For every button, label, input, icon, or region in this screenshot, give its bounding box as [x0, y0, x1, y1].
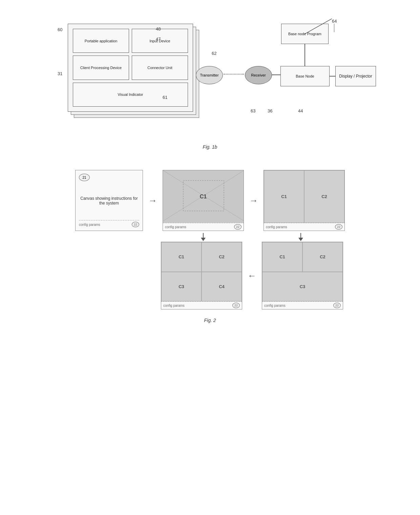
- arrow-down-svg-right: [296, 232, 306, 242]
- c2-cell-bl: C2: [202, 242, 242, 272]
- fig2-container: 21 Canvas showing instructions for the s…: [20, 170, 400, 323]
- svg-marker-9: [298, 238, 303, 241]
- single-col-config: config params 22: [163, 223, 244, 231]
- portable-app-box: Portable application: [73, 29, 129, 53]
- base-node-box: Base Node: [280, 66, 330, 86]
- connector-svg: [305, 19, 335, 36]
- arrow-canvas-to-single: →: [148, 195, 157, 206]
- label-62: 62: [212, 51, 216, 56]
- c3-cell-br: C3: [262, 272, 343, 302]
- three-cell-config: config params 22: [262, 301, 343, 309]
- two-col-box-top: C1 C2 config params 22: [264, 170, 345, 231]
- canvas-text: Canvas showing instructions for the syst…: [79, 181, 139, 220]
- label-61: 61: [163, 95, 167, 100]
- c4-cell-bl: C4: [202, 272, 242, 302]
- arrow-threecell-to-fourcell: ←: [248, 271, 256, 281]
- two-col-content-top: C1 C2: [264, 170, 344, 223]
- canvas-box: 21 Canvas showing instructions for the s…: [75, 170, 143, 231]
- arrow-single-to-twocol: →: [249, 195, 258, 206]
- base-node-label: Base Node: [296, 74, 314, 78]
- config-circle-22a: 22: [132, 222, 139, 227]
- connector-unit-box: Connector Unit: [132, 56, 188, 80]
- four-col-config: config params 22: [161, 301, 242, 309]
- label-63: 63: [251, 108, 255, 113]
- config-circle-22b: 22: [234, 224, 241, 230]
- c1-cell-bl: C1: [161, 242, 202, 272]
- display-projector-box: Display / Projector: [335, 66, 376, 86]
- transmitter-ellipse: Transmitter: [196, 66, 223, 84]
- fig2-caption: Fig. 2: [204, 318, 216, 323]
- svg-line-2: [204, 170, 244, 196]
- config-circle-22d: 22: [232, 303, 240, 308]
- c1-cell-br: C1: [262, 242, 302, 272]
- config-circle-22c: 22: [335, 224, 342, 230]
- label-31: 31: [58, 71, 62, 76]
- label-44: 44: [298, 108, 303, 113]
- c1-cell-top: C1: [264, 170, 304, 223]
- transmitter-label: Transmitter: [200, 73, 218, 77]
- label-60: 60: [58, 27, 62, 32]
- fig1b-container: 60 31 Portable application Input Device …: [20, 14, 400, 150]
- c1-label: C1: [200, 194, 207, 200]
- c1-content: C1: [163, 170, 244, 223]
- client-processing-box: Client Processing Device: [73, 56, 129, 80]
- page: 60 31 Portable application Input Device …: [0, 0, 420, 337]
- svg-line-4: [204, 196, 244, 221]
- c2-cell-top: C2: [304, 170, 344, 223]
- visual-indicator-box: Visual Indicator: [73, 83, 188, 107]
- three-cell-content: C1 C2 C3: [262, 242, 343, 301]
- four-col-content: C1 C2 C3 C4: [161, 242, 242, 301]
- display-projector-label: Display / Projector: [339, 74, 372, 79]
- config-circle-22e: 22: [333, 303, 341, 308]
- circle-21: 21: [79, 174, 90, 181]
- label-36: 36: [268, 108, 272, 113]
- canvas-config: config params 22: [79, 220, 139, 227]
- label-47: 47: [156, 37, 161, 42]
- receiver-label: Receiver: [251, 73, 266, 77]
- svg-line-0: [305, 19, 332, 34]
- three-cell-box: C1 C2 C3 config params 22: [262, 242, 343, 309]
- two-col-config-top: config params 22: [264, 223, 344, 231]
- fig1b-caption: Fig. 1b: [203, 144, 217, 150]
- receiver-ellipse: Receiver: [245, 66, 272, 84]
- label-48: 48: [156, 26, 161, 31]
- single-col-box: C1 config params 22: [163, 170, 244, 231]
- c2-cell-br: C2: [302, 242, 343, 272]
- label-64: 64: [332, 19, 337, 24]
- arrow-down-svg-left: [198, 232, 208, 242]
- c3-cell-bl: C3: [161, 272, 202, 302]
- four-col-box: C1 C2 C3 C4 config params 22: [161, 242, 242, 309]
- svg-marker-7: [201, 238, 206, 241]
